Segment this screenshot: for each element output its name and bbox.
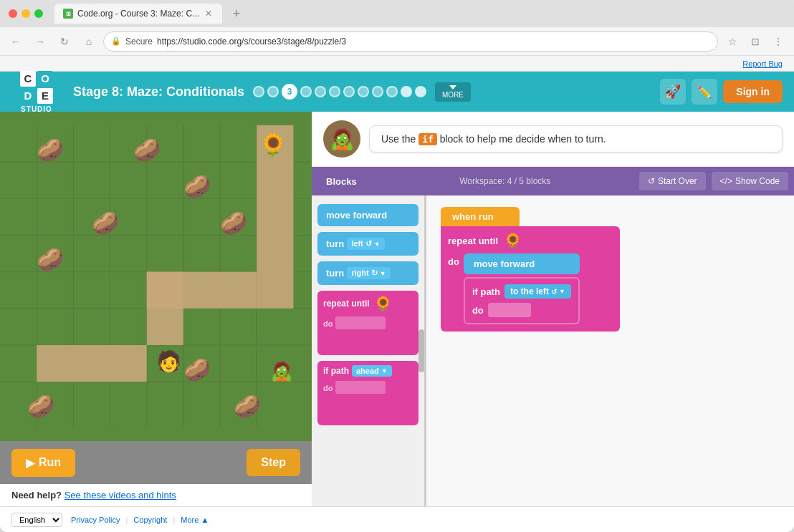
secure-icon: 🔒: [111, 37, 121, 46]
repeat-until-label: repeat until: [323, 299, 370, 309]
if-do-section: do: [472, 303, 571, 317]
back-button[interactable]: ←: [6, 32, 26, 52]
turn-right-block[interactable]: turn right ↻ ▼: [317, 261, 418, 285]
ws-move-forward-block[interactable]: move forward: [464, 253, 580, 274]
dot-12[interactable]: [415, 86, 426, 97]
repeat-until-text: repeat until: [448, 236, 498, 246]
dot-6[interactable]: [329, 86, 340, 97]
dot-5[interactable]: [315, 86, 326, 97]
if-badge: if: [418, 133, 437, 145]
instruction-bubble: Use the if block to help me decide when …: [369, 125, 783, 153]
dot-4[interactable]: [300, 86, 312, 97]
dot-11[interactable]: [401, 86, 412, 97]
ahead-dropdown[interactable]: ahead ▼: [352, 365, 392, 377]
toolbox: move forward turn left ↺ ▼ turn: [312, 195, 426, 506]
refresh-button[interactable]: ↻: [54, 32, 75, 52]
turn-right-dropdown[interactable]: right ↻ ▼: [347, 267, 390, 279]
minimize-button[interactable]: [21, 9, 30, 18]
new-tab-button[interactable]: +: [228, 5, 245, 22]
copyright-link[interactable]: Copyright: [133, 516, 167, 524]
dot-7[interactable]: [343, 86, 355, 97]
instruction-area: 🧟 Use the if block to help me decide whe…: [312, 112, 794, 167]
zombie-avatar: 🧟: [323, 120, 360, 158]
puzzle-dots: 3: [253, 84, 426, 100]
report-bar: Report Bug: [0, 56, 794, 72]
enemy-3: 🥔: [37, 246, 64, 273]
sep-1: |: [125, 516, 128, 524]
stage-title-area: Stage 8: Maze: Conditionals 3: [73, 82, 649, 102]
step-button[interactable]: Step: [247, 449, 300, 476]
maximize-button[interactable]: [34, 9, 43, 18]
tab-close-icon[interactable]: ✕: [204, 9, 214, 19]
report-bug-link[interactable]: Report Bug: [742, 59, 783, 68]
rocket-button[interactable]: 🚀: [660, 79, 686, 105]
do-row: do: [323, 315, 413, 329]
logo-e: E: [37, 88, 53, 104]
play-icon: ▶: [26, 456, 34, 470]
show-code-button[interactable]: </> Show Code: [712, 172, 788, 190]
workspace-area[interactable]: when run repeat until 🌻 do: [426, 195, 794, 506]
svg-rect-18: [37, 345, 147, 382]
language-selector[interactable]: English: [11, 513, 62, 527]
enemy-7: 🥔: [27, 393, 55, 420]
run-button[interactable]: ▶ Run: [11, 449, 75, 477]
home-button[interactable]: ⌂: [79, 32, 99, 52]
if-do-empty-slot: [488, 303, 531, 317]
dot-3-active[interactable]: 3: [282, 84, 297, 100]
player-character: 🧑: [156, 349, 182, 373]
workspace-info: Workspace: 4 / 5 blocks: [371, 176, 639, 186]
more-link[interactable]: More ▲: [181, 516, 209, 524]
close-button[interactable]: [9, 9, 17, 18]
dropdown-arrow-right: ▼: [380, 270, 386, 277]
more-button[interactable]: MORE: [435, 82, 471, 102]
dot-2[interactable]: [267, 86, 279, 97]
do-label: do: [323, 319, 333, 328]
bookmark-icon[interactable]: ☆: [722, 32, 742, 52]
game-grid-svg: 🥔 🥔 🥔 🥔 🥔 🥔 🥔 🥔 🥔 🧑 🌻: [0, 112, 312, 441]
forward-button[interactable]: →: [30, 32, 50, 52]
signin-button[interactable]: Sign in: [723, 80, 783, 103]
if-path-block[interactable]: if path ahead ▼ do: [317, 361, 418, 425]
game-controls: ▶ Run Step: [0, 441, 312, 484]
enemy-5: 🥔: [183, 173, 211, 200]
url-text: https://studio.code.org/s/course3/stage/…: [157, 37, 710, 47]
more-label: MORE: [442, 91, 464, 99]
ws-if-path-block[interactable]: if path to the left ↺ ▼: [464, 277, 580, 324]
extensions-icon[interactable]: ⊡: [745, 32, 765, 52]
dot-8[interactable]: [358, 86, 369, 97]
blocks-tab[interactable]: Blocks: [312, 167, 371, 195]
when-run-block: when run: [441, 207, 520, 226]
code-studio-logo[interactable]: C O D E STUDIO: [11, 71, 62, 113]
address-bar[interactable]: 🔒 Secure https://studio.code.org/s/cours…: [103, 32, 718, 52]
pencil-button[interactable]: ✏️: [692, 79, 717, 105]
repeat-until-block[interactable]: repeat until 🌻 do: [317, 291, 418, 355]
if-do-label: do: [323, 384, 333, 392]
do-section: do move forward if path: [448, 253, 613, 324]
menu-icon[interactable]: ⋮: [768, 32, 788, 52]
dot-1[interactable]: [253, 86, 264, 97]
game-panel: 🥔 🥔 🥔 🥔 🥔 🥔 🥔 🥔 🥔 🧑 🌻: [0, 112, 312, 506]
enemy-2: 🥔: [92, 210, 120, 236]
footer-links: Privacy Policy | Copyright | More ▲: [71, 516, 209, 524]
app-content: Report Bug C O D E STUDIO Stage 8: Maze:…: [0, 56, 794, 532]
enemy-1: 🥔: [37, 137, 64, 163]
run-label: Run: [39, 456, 61, 469]
inner-blocks: move forward if path to the left: [464, 253, 580, 324]
instruction-before: Use the: [381, 133, 418, 145]
move-forward-block[interactable]: move forward: [317, 204, 418, 226]
game-canvas: 🥔 🥔 🥔 🥔 🥔 🥔 🥔 🥔 🥔 🧑 🌻: [0, 112, 312, 441]
sunflower-icon: 🌻: [374, 295, 392, 312]
logo-d: D: [20, 88, 36, 104]
blocks-header: Blocks Workspace: 4 / 5 blocks ↺ Start O…: [312, 167, 794, 195]
to-the-left-dropdown[interactable]: to the left ↺ ▼: [504, 284, 571, 299]
privacy-policy-link[interactable]: Privacy Policy: [71, 516, 120, 524]
turn-left-block[interactable]: turn left ↺ ▼: [317, 232, 418, 256]
dot-9[interactable]: [372, 86, 383, 97]
scroll-indicator[interactable]: [418, 329, 424, 372]
app-header: C O D E STUDIO Stage 8: Maze: Conditiona…: [0, 72, 794, 112]
turn-left-dropdown[interactable]: left ↺ ▼: [347, 238, 384, 250]
dot-10[interactable]: [386, 86, 398, 97]
browser-tab[interactable]: ⊞ Code.org - Course 3: Maze: C... ✕: [54, 4, 222, 24]
start-over-button[interactable]: ↺ Start Over: [639, 172, 706, 190]
instruction-after: block to help me decide when to turn.: [440, 133, 606, 145]
